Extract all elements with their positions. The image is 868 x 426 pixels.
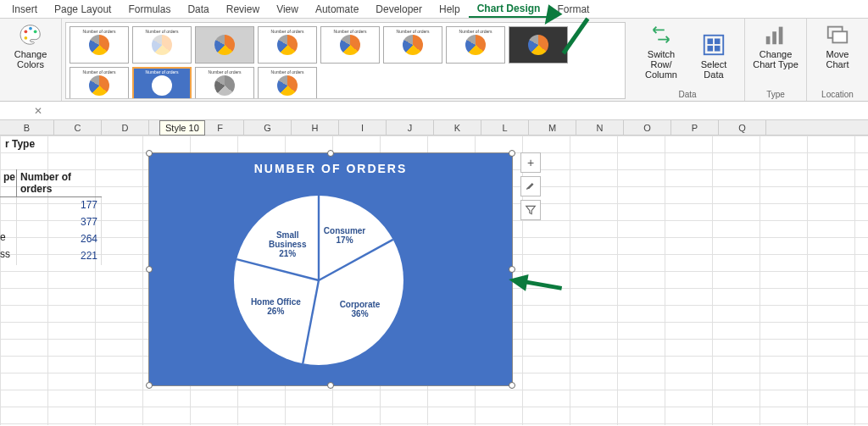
tab-view[interactable]: View — [268, 2, 307, 17]
move-chart-label: Move Chart — [826, 49, 849, 69]
tab-formulas[interactable]: Formulas — [120, 2, 179, 17]
style-thumb-7[interactable]: Number of orders — [446, 26, 505, 64]
colhdr-K[interactable]: K — [434, 120, 481, 135]
select-data-label: Select Data — [701, 59, 727, 80]
group-type: Change Chart Type Type — [745, 19, 807, 101]
tab-automate[interactable]: Automate — [307, 2, 367, 17]
worksheet[interactable]: r Type pe Number of orders 177 377 e264 … — [0, 136, 868, 425]
group-chart-styles-left: Change Colors — [0, 19, 62, 101]
chart-styles-button[interactable] — [520, 176, 541, 196]
svg-line-16 — [303, 280, 319, 363]
svg-line-15 — [319, 240, 393, 280]
svg-rect-13 — [832, 31, 847, 42]
resize-handle[interactable] — [146, 382, 153, 389]
table-title: r Type — [0, 136, 102, 152]
colhdr-Q[interactable]: Q — [719, 120, 766, 135]
brush-icon — [525, 180, 537, 192]
change-chart-type-label: Change Chart Type — [753, 49, 798, 69]
colhdr-L[interactable]: L — [481, 120, 529, 135]
tab-review[interactable]: Review — [218, 2, 268, 17]
change-chart-type-button[interactable]: Change Chart Type — [752, 22, 799, 69]
chart-styles-gallery[interactable]: Number of orders Number of orders Number… — [65, 22, 626, 99]
select-data-icon — [701, 32, 726, 58]
colhdr-J[interactable]: J — [387, 120, 434, 135]
change-chart-type-icon — [763, 22, 788, 47]
chart-filter-button[interactable] — [520, 200, 541, 220]
colhdr-G[interactable]: G — [244, 120, 292, 135]
ribbon-tabs: Insert Page Layout Formulas Data Review … — [0, 0, 868, 19]
style-thumb-9[interactable]: Number of orders — [70, 67, 129, 99]
style-thumb-6[interactable]: Number of orders — [383, 26, 442, 64]
group-location: Move Chart Location — [807, 19, 868, 101]
data-table: r Type pe Number of orders 177 377 e264 … — [0, 136, 102, 265]
change-colors-button[interactable]: Change Colors — [7, 22, 54, 69]
chart-title: NUMBER OF ORDERS — [149, 162, 512, 175]
move-chart-button[interactable]: Move Chart — [814, 22, 861, 69]
svg-rect-4 — [704, 36, 724, 55]
resize-handle[interactable] — [146, 150, 153, 157]
tab-help[interactable]: Help — [431, 2, 469, 17]
svg-rect-11 — [779, 27, 783, 45]
resize-handle[interactable] — [327, 150, 334, 157]
style-thumb-3[interactable] — [195, 26, 254, 64]
chart-elements-button[interactable]: + — [520, 152, 541, 173]
style-thumb-12[interactable]: Number of orders — [258, 67, 317, 99]
ribbon-body: Change Colors Number of orders Number of… — [0, 19, 868, 102]
table-row: ss221 — [0, 248, 102, 265]
switch-row-col-icon — [648, 22, 674, 47]
svg-rect-8 — [715, 46, 721, 52]
style-thumb-8[interactable] — [509, 26, 568, 64]
group-data: Switch Row/ Column Select Data Data — [631, 19, 745, 101]
switch-row-column-button[interactable]: Switch Row/ Column — [637, 22, 685, 80]
svg-point-3 — [25, 36, 28, 40]
colhdr-C[interactable]: C — [54, 120, 102, 135]
chart-object[interactable]: NUMBER OF ORDERS Consumer17%Corporate36%… — [148, 152, 513, 386]
style-thumb-1[interactable]: Number of orders — [70, 26, 129, 64]
style-tooltip: Style 10 — [159, 120, 205, 136]
resize-handle[interactable] — [509, 150, 515, 157]
style-thumb-5[interactable]: Number of orders — [320, 26, 380, 64]
resize-handle[interactable] — [146, 266, 153, 273]
style-thumb-2[interactable]: Number of orders — [132, 26, 192, 64]
group-location-label: Location — [821, 90, 854, 99]
chart-styles-gallery-wrap: Number of orders Number of orders Number… — [62, 19, 631, 101]
table-row: e264 — [0, 231, 102, 248]
cancel-icon[interactable]: ✕ — [34, 105, 42, 117]
tab-insert[interactable]: Insert — [3, 2, 46, 17]
colhdr-O[interactable]: O — [624, 120, 671, 135]
style-thumb-4[interactable]: Number of orders — [258, 26, 317, 64]
plus-icon: + — [527, 156, 534, 169]
colhdr-D[interactable]: D — [102, 120, 149, 135]
colhdr-H[interactable]: H — [292, 120, 339, 135]
style-thumb-11[interactable]: Number of orders — [195, 67, 254, 99]
tab-chart-design[interactable]: Chart Design — [469, 1, 549, 18]
filter-icon — [525, 204, 537, 216]
formula-bar[interactable]: ✕ — [0, 102, 868, 120]
svg-rect-7 — [708, 46, 714, 52]
column-headers: B C D E F G H I J K L M N O P Q — [0, 120, 868, 136]
style-thumb-10[interactable]: Number of orders — [132, 67, 192, 99]
svg-point-0 — [25, 30, 28, 33]
table-row: 377 — [0, 214, 102, 231]
group-data-label: Data — [678, 90, 696, 99]
colhdr-B[interactable]: B — [0, 120, 54, 135]
switch-row-col-label: Switch Row/ Column — [637, 49, 685, 80]
resize-handle[interactable] — [327, 382, 334, 389]
resize-handle[interactable] — [509, 382, 515, 389]
svg-rect-5 — [708, 39, 714, 45]
tab-data[interactable]: Data — [179, 2, 217, 17]
group-type-label: Type — [766, 90, 785, 99]
annotation-arrow-head — [507, 271, 528, 291]
tab-developer[interactable]: Developer — [367, 2, 431, 17]
colhdr-N[interactable]: N — [576, 120, 624, 135]
svg-point-2 — [34, 30, 37, 33]
svg-rect-10 — [772, 31, 776, 44]
colhdr-P[interactable]: P — [671, 120, 719, 135]
colhdr-I[interactable]: I — [339, 120, 387, 135]
svg-point-1 — [29, 27, 32, 30]
select-data-button[interactable]: Select Data — [690, 32, 737, 80]
tab-page-layout[interactable]: Page Layout — [46, 2, 120, 17]
change-colors-label: Change Colors — [14, 49, 47, 69]
table-col1-hdr: pe — [0, 169, 17, 196]
colhdr-M[interactable]: M — [529, 120, 576, 135]
